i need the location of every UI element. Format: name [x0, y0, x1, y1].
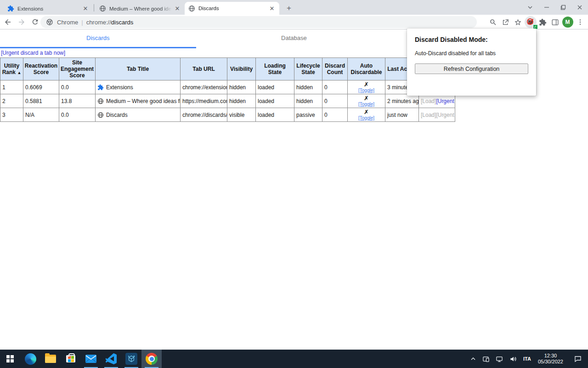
- mail-icon[interactable]: [81, 350, 101, 368]
- puzzle-favicon-icon: [97, 84, 104, 91]
- extension-popup: Discard Disabled Mode: Auto-Discard disa…: [407, 29, 536, 96]
- maximize-icon[interactable]: [555, 0, 571, 15]
- urgent-discard-link[interactable]: [Urgent discard a tab now]: [1, 50, 65, 56]
- tab-separator: [94, 4, 94, 12]
- omnibox[interactable]: Chrome | chrome://discards: [40, 16, 477, 28]
- start-icon[interactable]: [0, 350, 20, 368]
- side-panel-icon[interactable]: [549, 16, 561, 29]
- language-indicator[interactable]: ITA: [520, 350, 534, 368]
- popup-title: Discard Disabled Mode:: [415, 36, 528, 43]
- cell-actions: [Load][Urgent Discard]: [419, 108, 455, 122]
- window-menu-chevron-icon[interactable]: [522, 0, 538, 15]
- tab-discards[interactable]: Discards: [0, 29, 196, 48]
- action-center-icon[interactable]: [567, 350, 588, 368]
- cell-url: https://medium.com/: [181, 94, 227, 108]
- reload-icon[interactable]: [29, 16, 41, 28]
- extensions-puzzle-icon[interactable]: [537, 16, 549, 29]
- minimize-icon[interactable]: [538, 0, 555, 15]
- cell-reactivation: 0.5881: [23, 94, 59, 108]
- omnibox-url-host: discards: [111, 19, 133, 26]
- forward-icon[interactable]: [15, 16, 28, 28]
- toggle-link[interactable]: [Toggle]: [350, 88, 383, 93]
- tab-title: Discards: [198, 6, 266, 11]
- cell-rank: 3: [0, 108, 23, 122]
- avatar[interactable]: M: [561, 16, 574, 29]
- clock[interactable]: 12:30 05/30/2022: [534, 353, 567, 365]
- menu-dots-icon[interactable]: [574, 16, 586, 29]
- cell-auto-discardable: ✗ [Toggle]: [348, 94, 385, 108]
- cell-visibility: hidden: [227, 80, 256, 94]
- cell-visibility: hidden: [227, 94, 256, 108]
- cell-reactivation: 0.6069: [23, 80, 59, 94]
- share-icon[interactable]: [499, 16, 512, 29]
- urgent-discard-action-link[interactable]: [Urgent Discard]: [436, 112, 455, 118]
- back-icon[interactable]: [1, 16, 14, 28]
- cell-engagement: 0.0: [59, 108, 96, 122]
- close-window-icon[interactable]: [571, 0, 588, 15]
- cell-auto-discardable: ✗ [Toggle]: [348, 80, 385, 94]
- discard-extension-icon[interactable]: ✓: [524, 16, 537, 29]
- browser-tab-extensions[interactable]: Extensions ✕: [4, 2, 93, 15]
- bookmark-star-icon[interactable]: [512, 16, 524, 29]
- cell-engagement: 0.0: [59, 80, 96, 94]
- new-tab-button[interactable]: +: [283, 3, 294, 14]
- col-tab-url[interactable]: Tab URL: [181, 58, 227, 80]
- window-controls: [522, 0, 588, 15]
- file-explorer-icon[interactable]: [40, 350, 61, 368]
- globe-favicon-icon: [188, 5, 195, 12]
- load-link[interactable]: [Load]: [421, 112, 436, 118]
- cell-auto-discardable: ✗ [Toggle]: [348, 108, 385, 122]
- cell-url: chrome://discards/: [181, 108, 227, 122]
- close-tab-icon[interactable]: ✕: [174, 5, 181, 12]
- browser-tab-medium[interactable]: Medium – Where good ideas fin ✕: [96, 2, 185, 15]
- close-tab-icon[interactable]: ✕: [268, 5, 276, 12]
- cell-actions: [Load][Urgent Discard]: [419, 94, 455, 108]
- col-lifecycle-state[interactable]: Lifecycle State: [294, 58, 322, 80]
- cell-last-active: just now: [385, 108, 419, 122]
- omnibox-url-scheme: chrome://: [86, 19, 111, 26]
- cell-title: Discards: [96, 108, 181, 122]
- volume-icon[interactable]: [506, 350, 520, 368]
- tablet-icon[interactable]: [479, 350, 492, 368]
- store-icon[interactable]: [61, 350, 81, 368]
- zoom-icon[interactable]: [487, 16, 499, 29]
- refresh-configuration-button[interactable]: Refresh Configuration: [415, 63, 528, 74]
- cell-url: chrome://extensions/: [181, 80, 227, 94]
- col-discard-count[interactable]: Discard Count: [322, 58, 348, 80]
- col-visibility[interactable]: Visibility: [227, 58, 256, 80]
- tray-time: 12:30: [538, 353, 563, 359]
- x-mark-icon: ✗: [364, 81, 369, 88]
- chrome-icon[interactable]: [141, 350, 162, 368]
- network-icon[interactable]: [492, 350, 506, 368]
- cube-app-icon[interactable]: [121, 350, 141, 368]
- table-header-row: Utility Rank ▲ Reactivation Score Site E…: [0, 58, 455, 80]
- col-utility-rank[interactable]: Utility Rank ▲: [0, 58, 23, 80]
- browser-toolbar: Chrome | chrome://discards ✓ M: [0, 15, 588, 29]
- toggle-link[interactable]: [Toggle]: [350, 102, 383, 107]
- cell-discard-count: 0: [322, 80, 348, 94]
- x-mark-icon: ✗: [364, 109, 369, 115]
- col-tab-title[interactable]: Tab Title: [96, 58, 181, 80]
- cell-engagement: 13.8: [59, 94, 96, 108]
- cell-discard-count: 0: [322, 94, 348, 108]
- urgent-discard-action-link[interactable]: [Urgent Discard]: [436, 98, 455, 104]
- col-site-engagement-score[interactable]: Site Engagement Score: [59, 58, 96, 80]
- cell-reactivation: N/A: [23, 108, 59, 122]
- toggle-link[interactable]: [Toggle]: [350, 115, 383, 121]
- tab-title: Medium – Where good ideas fin: [109, 6, 172, 12]
- tab-database[interactable]: Database: [196, 29, 392, 48]
- browser-tab-discards[interactable]: Discards ✕: [185, 2, 279, 15]
- col-auto-discardable[interactable]: Auto Discardable: [348, 58, 385, 80]
- browser-tabstrip: Extensions ✕ Medium – Where good ideas f…: [0, 0, 588, 15]
- col-reactivation-score[interactable]: Reactivation Score: [23, 58, 59, 80]
- vscode-icon[interactable]: [101, 350, 121, 368]
- globe-favicon-icon: [97, 112, 104, 118]
- taskbar: ITA 12:30 05/30/2022: [0, 350, 588, 368]
- load-link[interactable]: [Load]: [421, 98, 436, 104]
- close-tab-icon[interactable]: ✕: [82, 5, 89, 12]
- popup-message: Auto-Discard disabled for all tabs: [415, 50, 528, 57]
- tray-chevron-icon[interactable]: [467, 350, 479, 368]
- edge-icon[interactable]: [20, 350, 40, 368]
- col-loading-state[interactable]: Loading State: [256, 58, 294, 80]
- tray-date: 05/30/2022: [538, 359, 563, 365]
